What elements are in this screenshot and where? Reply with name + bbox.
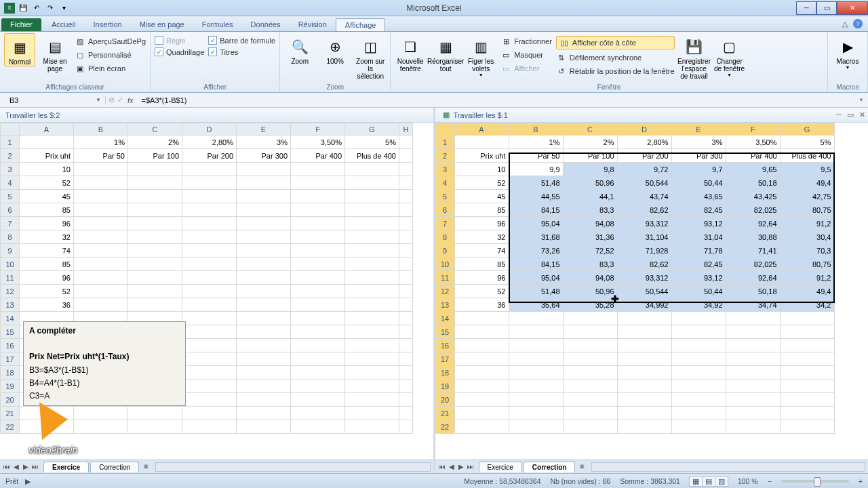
close-button[interactable]: ✕ bbox=[837, 1, 868, 15]
reset-position-button[interactable]: ↺Rétablir la position de la fenêtre bbox=[556, 66, 675, 77]
title-bar: X 💾 ↶ ↷ ▾ Microsoft Excel ─ ▭ ✕ bbox=[0, 0, 868, 16]
left-hscroll[interactable] bbox=[155, 462, 430, 472]
tab-mise-en-page[interactable]: Mise en page bbox=[131, 18, 193, 31]
status-bar: Prêt ▶ Moyenne : 58,53486364 Nb (non vid… bbox=[0, 473, 868, 488]
window-buttons: ─ ▭ ✕ bbox=[796, 1, 868, 15]
tab-affichage[interactable]: Affichage bbox=[336, 18, 386, 31]
zoom-out-icon[interactable]: − bbox=[768, 477, 772, 485]
right-window-title: ▦ Travailler les $:1 ─▭✕ bbox=[435, 108, 869, 123]
right-pane: ▦ Travailler les $:1 ─▭✕ ABCDEFG11%2%2,8… bbox=[435, 108, 869, 473]
status-ready: Prêt bbox=[5, 477, 18, 485]
view-mode-buttons[interactable]: ▦▤▧ bbox=[690, 477, 728, 485]
quick-access-toolbar: X 💾 ↶ ↷ ▾ bbox=[0, 3, 69, 14]
maximize-button[interactable]: ▭ bbox=[816, 1, 837, 15]
zoom-slider[interactable] bbox=[781, 480, 849, 483]
tab-correction[interactable]: Correction bbox=[524, 462, 576, 472]
pane-min-icon[interactable]: ─ bbox=[836, 110, 842, 119]
note-line-17: Prix Net=Prix uht*(1-Taux) bbox=[29, 352, 129, 361]
pane-close-icon[interactable]: ✕ bbox=[859, 110, 865, 119]
gridlines-checkbox[interactable]: ✓Quadrillage bbox=[155, 47, 204, 56]
tab-nav[interactable]: ⏮◀▶⏭ bbox=[435, 463, 477, 470]
group-show: Règle ✓Quadrillage ✓Barre de formule ✓Ti… bbox=[151, 32, 280, 92]
save-icon[interactable]: 💾 bbox=[18, 3, 28, 14]
tab-exercice[interactable]: Exercice bbox=[43, 462, 89, 472]
group-zoom: 🔍Zoom ⊕100% ◫Zoom sur la sélection Zoom bbox=[280, 32, 391, 92]
help-icon[interactable]: ? bbox=[853, 19, 863, 28]
right-sheet-tabs: ⏮◀▶⏭ Exercice Correction ✱ bbox=[435, 460, 869, 473]
arrange-all-button[interactable]: ▦Réorganiser tout bbox=[430, 33, 461, 73]
full-screen-button[interactable]: ▣Plein écran bbox=[75, 63, 146, 74]
right-grid[interactable]: ABCDEFG11%2%2,80%3%3,50%5%2Prix uhtPar 5… bbox=[435, 123, 869, 460]
pane-restore-icon[interactable]: ▭ bbox=[847, 110, 854, 119]
zoom-in-icon[interactable]: + bbox=[859, 477, 863, 485]
watermark-shape bbox=[39, 401, 69, 441]
tab-données[interactable]: Données bbox=[242, 18, 290, 31]
app-title: Microsoft Excel bbox=[406, 3, 461, 13]
new-window-button[interactable]: ❏Nouvelle fenêtre bbox=[395, 33, 426, 73]
zoom-selection-button[interactable]: ◫Zoom sur la sélection bbox=[355, 33, 386, 80]
custom-views-button[interactable]: ▢Personnalisé bbox=[75, 49, 146, 60]
left-sheet-tabs: ⏮◀▶⏭ Exercice Correction ✱ bbox=[0, 460, 433, 473]
save-workspace-button[interactable]: 💾Enregistrer l'espace de travail bbox=[679, 33, 710, 80]
name-box[interactable]: B3▼ bbox=[5, 96, 106, 104]
tab-accueil[interactable]: Accueil bbox=[43, 18, 84, 31]
tab-nav[interactable]: ⏮◀▶⏭ bbox=[0, 463, 42, 470]
zoom-100-button[interactable]: ⊕100% bbox=[319, 33, 351, 65]
excel-icon: X bbox=[4, 3, 15, 14]
note-title: A compléter bbox=[29, 326, 76, 336]
ruler-checkbox: Règle bbox=[155, 36, 204, 45]
status-count: Nb (non vides) : 66 bbox=[550, 477, 610, 485]
workspace: Travailler les $:2 ABCDEFGH11%2%2,80%3%3… bbox=[0, 108, 868, 473]
right-hscroll[interactable] bbox=[591, 462, 865, 472]
left-window-title: Travailler les $:2 bbox=[0, 108, 433, 123]
tab-insertion[interactable]: Insertion bbox=[84, 18, 130, 31]
split-button[interactable]: ⊞Fractionner bbox=[500, 36, 552, 47]
watermark-text: video2brain bbox=[28, 445, 77, 455]
sync-scroll-button[interactable]: ⇅Défilement synchrone bbox=[556, 52, 675, 63]
headings-checkbox[interactable]: ✓Titres bbox=[208, 47, 275, 56]
group-workbook-views: ▦Normal ▤Mise en page ▨AperçuSautDePg ▢P… bbox=[0, 32, 151, 92]
page-layout-button[interactable]: ▤Mise en page bbox=[39, 33, 71, 73]
ribbon: ▦Normal ▤Mise en page ▨AperçuSautDePg ▢P… bbox=[0, 32, 868, 93]
tab-révision[interactable]: Révision bbox=[290, 18, 336, 31]
normal-view-button[interactable]: ▦Normal bbox=[4, 33, 35, 66]
new-sheet-icon[interactable]: ✱ bbox=[139, 463, 153, 470]
zoom-button[interactable]: 🔍Zoom bbox=[284, 33, 315, 65]
note-line-18: B3=$A3*(1-B$1) bbox=[29, 365, 89, 375]
status-sum: Somme : 3863,301 bbox=[620, 477, 680, 485]
tab-fichier[interactable]: Fichier bbox=[1, 18, 41, 31]
ribbon-tabs: FichierAccueilInsertionMise en pageFormu… bbox=[0, 16, 868, 32]
new-sheet-icon[interactable]: ✱ bbox=[575, 463, 589, 470]
macros-button[interactable]: ▶Macros▼ bbox=[832, 33, 863, 70]
hide-button[interactable]: ▭Masquer bbox=[500, 49, 552, 60]
zoom-level[interactable]: 100 % bbox=[738, 477, 758, 485]
note-line-20: C3=A bbox=[29, 391, 50, 401]
unhide-button: ▭Afficher bbox=[500, 63, 552, 74]
note-box: A compléter Prix Net=Prix uht*(1-Taux) B… bbox=[23, 321, 186, 406]
note-line-19: B4=A4*(1-B1) bbox=[29, 378, 79, 388]
group-window: ❏Nouvelle fenêtre ▦Réorganiser tout ▥Fig… bbox=[391, 32, 828, 92]
formula-bar-checkbox[interactable]: ✓Barre de formule bbox=[208, 36, 275, 45]
formula-input[interactable]: =$A3*(1-B$1) bbox=[138, 96, 855, 104]
qat-more-icon[interactable]: ▾ bbox=[58, 3, 69, 14]
page-break-preview-button[interactable]: ▨AperçuSautDePg bbox=[75, 36, 146, 47]
group-macros: ▶Macros▼ Macros bbox=[828, 32, 868, 92]
tab-correction[interactable]: Correction bbox=[90, 462, 139, 472]
left-grid[interactable]: ABCDEFGH11%2%2,80%3%3,50%5%2Prix uhtPar … bbox=[0, 123, 433, 460]
freeze-panes-button[interactable]: ▥Figer les volets▼ bbox=[465, 33, 496, 78]
status-average: Moyenne : 58,53486364 bbox=[464, 477, 540, 485]
ribbon-minimize-icon[interactable]: △ bbox=[842, 20, 848, 28]
redo-icon[interactable]: ↷ bbox=[45, 3, 56, 14]
excel-doc-icon: ▦ bbox=[441, 110, 452, 121]
minimize-button[interactable]: ─ bbox=[796, 1, 816, 15]
macro-record-icon[interactable]: ▶ bbox=[25, 477, 31, 485]
switch-windows-button[interactable]: ▢Changer de fenêtre▼ bbox=[714, 33, 745, 78]
fx-icon[interactable]: fx bbox=[123, 96, 138, 104]
tab-exercice[interactable]: Exercice bbox=[479, 462, 522, 472]
formula-bar: B3▼ ⊘✓ fx =$A3*(1-B$1) ▼ bbox=[0, 93, 868, 108]
undo-icon[interactable]: ↶ bbox=[31, 3, 42, 14]
tab-formules[interactable]: Formules bbox=[193, 18, 242, 31]
left-pane: Travailler les $:2 ABCDEFGH11%2%2,80%3%3… bbox=[0, 108, 435, 473]
side-by-side-button[interactable]: ▯▯Afficher côte à côte bbox=[556, 36, 675, 49]
